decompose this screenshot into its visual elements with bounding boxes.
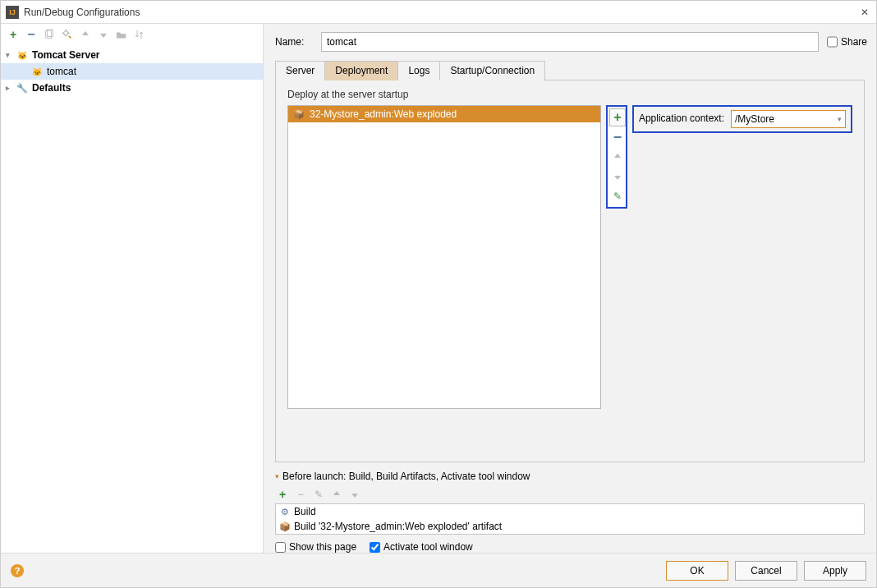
tree-defaults[interactable]: ▸ Defaults: [1, 80, 263, 96]
artifact-item[interactable]: 32-Mystore_admin:Web exploded: [288, 106, 600, 122]
svg-point-2: [64, 31, 68, 35]
before-launch-header[interactable]: ▾ Before launch: Build, Build Artifacts,…: [275, 471, 865, 482]
list-item[interactable]: Build '32-Mystore_admin:Web exploded' ar…: [276, 519, 864, 534]
before-launch-label: Before launch: Build, Build Artifacts, A…: [282, 471, 530, 482]
tree-tomcat-child-label: tomcat: [47, 66, 76, 77]
deploy-row: 32-Mystore_admin:Web exploded + − ✎ Appl…: [287, 105, 852, 453]
config-tree: ▾ Tomcat Server tomcat ▸ Defaults: [1, 45, 263, 553]
window-title: Run/Debug Configurations: [24, 7, 858, 18]
artifact-up-icon[interactable]: [609, 148, 626, 166]
activate-checkbox[interactable]: Activate tool window: [370, 541, 473, 553]
tomcat-icon: [30, 67, 44, 76]
add-artifact-icon[interactable]: +: [609, 108, 626, 126]
edit-artifact-icon[interactable]: ✎: [609, 187, 626, 205]
artifact-toolbar: + − ✎: [606, 105, 627, 209]
options-row: Show this page Activate tool window: [275, 541, 865, 553]
sort-icon[interactable]: [132, 27, 147, 42]
bl-remove-icon[interactable]: −: [293, 487, 308, 502]
artifact-icon: [293, 108, 305, 120]
share-checkbox-input[interactable]: [827, 36, 838, 48]
bottom-bar: ? OK Cancel Apply: [1, 553, 876, 587]
tab-server[interactable]: Server: [275, 61, 325, 80]
collapse-icon: ▸: [6, 84, 16, 92]
wrench-icon: [16, 83, 29, 94]
show-page-label: Show this page: [289, 541, 356, 553]
build-icon: [279, 506, 291, 517]
show-page-input[interactable]: [275, 542, 286, 553]
tomcat-icon: [16, 51, 29, 60]
artifact-down-icon[interactable]: [609, 168, 626, 186]
copy-icon[interactable]: [42, 27, 57, 42]
close-icon[interactable]: ✕: [858, 6, 871, 19]
add-config-icon[interactable]: +: [6, 27, 21, 42]
name-row: Name: Share: [275, 32, 865, 52]
folder-icon[interactable]: [114, 27, 129, 42]
share-label: Share: [841, 36, 867, 48]
collapse-icon: ▾: [275, 472, 279, 480]
help-icon[interactable]: ?: [11, 564, 24, 577]
share-checkbox[interactable]: Share: [827, 36, 865, 48]
tree-tomcat-child[interactable]: tomcat: [1, 63, 263, 80]
before-launch: ▾ Before launch: Build, Build Artifacts,…: [275, 471, 865, 553]
tabs: Server Deployment Logs Startup/Connectio…: [275, 60, 865, 80]
bl-add-icon[interactable]: +: [275, 487, 290, 502]
bl-down-icon[interactable]: [347, 487, 362, 502]
tab-content: Deploy at the server startup 32-Mystore_…: [275, 80, 865, 462]
list-item[interactable]: Build: [276, 504, 864, 519]
tab-deployment[interactable]: Deployment: [324, 61, 398, 80]
app-icon: IJ: [6, 6, 19, 19]
activate-input[interactable]: [370, 542, 380, 553]
name-input[interactable]: [321, 32, 819, 52]
bl-item-label: Build: [294, 506, 316, 517]
down-icon[interactable]: [96, 27, 111, 42]
artifact-item-label: 32-Mystore_admin:Web exploded: [310, 108, 457, 120]
tree-tomcat-server[interactable]: ▾ Tomcat Server: [1, 47, 263, 63]
left-panel: + − ▾ Tomcat S: [1, 24, 264, 553]
deploy-label: Deploy at the server startup: [287, 89, 852, 100]
remove-config-icon[interactable]: −: [24, 27, 39, 42]
app-context-label: Application context:: [639, 110, 724, 124]
right-panel: Name: Share Server Deployment Logs Start…: [264, 24, 876, 553]
cancel-button[interactable]: Cancel: [735, 561, 797, 581]
tree-defaults-label: Defaults: [32, 82, 71, 94]
tab-logs[interactable]: Logs: [397, 61, 440, 80]
bl-edit-icon[interactable]: ✎: [311, 487, 326, 502]
bl-up-icon[interactable]: [329, 487, 344, 502]
before-launch-toolbar: + − ✎: [275, 485, 865, 503]
tree-tomcat-label: Tomcat Server: [32, 49, 99, 61]
bl-item-label: Build '32-Mystore_admin:Web exploded' ar…: [294, 521, 502, 532]
app-context-box: Application context: /MyStore ▾: [632, 105, 852, 133]
settings-icon[interactable]: [60, 27, 75, 42]
before-launch-list: Build Build '32-Mystore_admin:Web explod…: [275, 503, 865, 535]
expand-icon: ▾: [6, 51, 16, 59]
apply-button[interactable]: Apply: [804, 561, 866, 581]
ok-button[interactable]: OK: [666, 561, 728, 581]
up-icon[interactable]: [78, 27, 93, 42]
name-label: Name:: [275, 36, 313, 48]
title-bar: IJ Run/Debug Configurations ✕: [1, 1, 876, 24]
show-page-checkbox[interactable]: Show this page: [275, 541, 356, 553]
activate-label: Activate tool window: [383, 541, 473, 553]
artifact-list[interactable]: 32-Mystore_admin:Web exploded: [287, 105, 601, 409]
app-context-select[interactable]: /MyStore ▾: [731, 110, 846, 128]
main: + − ▾ Tomcat S: [1, 24, 876, 553]
chevron-down-icon: ▾: [838, 115, 842, 123]
tab-startup[interactable]: Startup/Connection: [439, 61, 545, 80]
remove-artifact-icon[interactable]: −: [609, 128, 626, 146]
app-context-value: /MyStore: [735, 113, 774, 125]
config-toolbar: + −: [1, 24, 263, 45]
artifact-icon: [279, 521, 291, 532]
